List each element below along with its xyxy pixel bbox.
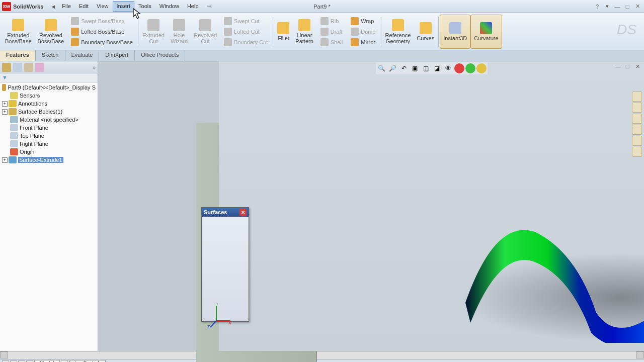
svg-text:x: x: [228, 319, 231, 325]
document-title: Part9 *: [313, 4, 331, 10]
feature-tabs: Features Sketch Evaluate DimXpert Office…: [0, 50, 644, 61]
reference-geometry-button[interactable]: ReferenceGeometry: [382, 15, 414, 49]
boundary-boss-button[interactable]: Boundary Boss/Base: [69, 37, 135, 47]
wrap-button[interactable]: Wrap: [349, 16, 377, 26]
tree-annotations[interactable]: +Annotations: [1, 100, 97, 108]
extruded-boss-button[interactable]: ExtrudedBoss/Base: [2, 15, 35, 49]
sidebar-collapse-icon[interactable]: »: [93, 64, 96, 70]
linear-pattern-button[interactable]: LinearPattern: [292, 15, 316, 49]
lofted-cut-button[interactable]: Lofted Cut: [222, 27, 270, 37]
revolved-cut-button[interactable]: RevolvedCut: [191, 15, 220, 49]
scroll-left-icon[interactable]: [0, 351, 8, 358]
tree-origin[interactable]: Origin: [1, 148, 97, 156]
help-icon[interactable]: ?: [593, 3, 602, 11]
apply-scene-icon[interactable]: [465, 63, 475, 73]
tree-front-plane[interactable]: Front Plane: [1, 124, 97, 132]
tree-surface-extrude[interactable]: +Surface-Extrude1: [1, 156, 97, 164]
surfaces-panel-title[interactable]: Surfaces ✕: [202, 208, 249, 217]
menu-edit[interactable]: Edit: [75, 1, 93, 12]
tab-next-icon[interactable]: [18, 360, 25, 363]
tab-model[interactable]: Model: [34, 360, 60, 362]
menu-pin-icon[interactable]: ⊣: [203, 1, 216, 12]
scroll-right-icon[interactable]: [636, 351, 644, 358]
svg-line-5: [210, 321, 216, 327]
menu-view[interactable]: View: [93, 1, 113, 12]
tab-sketch[interactable]: Sketch: [36, 50, 65, 61]
viewport-maximize-icon[interactable]: □: [623, 62, 632, 70]
shell-button[interactable]: Shell: [318, 37, 345, 47]
hide-show-icon[interactable]: 👁: [443, 63, 453, 73]
appearances-icon[interactable]: [632, 136, 642, 146]
minimize-icon[interactable]: —: [613, 3, 622, 11]
section-view-icon[interactable]: ▣: [410, 63, 420, 73]
custom-props-icon[interactable]: [632, 147, 642, 157]
dome-button[interactable]: Dome: [349, 27, 377, 37]
viewport-minimize-icon[interactable]: —: [613, 62, 622, 70]
ribbon-toolbar: ExtrudedBoss/Base RevolvedBoss/Base Swep…: [0, 13, 644, 50]
tab-motion-study[interactable]: Motion Study 1: [61, 360, 106, 362]
title-bar: SW SolidWorks ◄ File Edit View Insert To…: [0, 0, 644, 13]
feature-tree: Part9 (Default<<Default>_Display S Senso…: [0, 82, 98, 351]
surface-model[interactable]: [455, 212, 644, 343]
tree-right-plane[interactable]: Right Plane: [1, 140, 97, 148]
zoom-area-icon[interactable]: 🔎: [388, 63, 398, 73]
mirror-button[interactable]: Mirror: [349, 37, 377, 47]
dropdown-icon[interactable]: ▾: [603, 3, 612, 11]
3d-viewport[interactable]: 🔍 🔎 ↶ ▣ ◫ ◪ 👁 — □ ✕: [219, 61, 644, 351]
tree-surface-bodies[interactable]: +Surface Bodies(1): [1, 108, 97, 116]
tab-first-icon[interactable]: [2, 360, 9, 363]
tree-filter-input[interactable]: ▼: [0, 73, 98, 82]
fillet-button[interactable]: Fillet: [274, 15, 292, 49]
menu-tools[interactable]: Tools: [134, 1, 155, 12]
boundary-cut-button[interactable]: Boundary Cut: [222, 37, 270, 47]
maximize-icon[interactable]: □: [623, 3, 632, 11]
nav-left-icon[interactable]: ◄: [48, 4, 58, 10]
curvature-button[interactable]: Curvature: [470, 15, 502, 49]
svg-text:Y: Y: [215, 303, 219, 306]
tree-top-plane[interactable]: Top Plane: [1, 132, 97, 140]
view-orient-icon[interactable]: ◫: [421, 63, 431, 73]
main-menu: File Edit View Insert Tools Window Help …: [58, 1, 215, 12]
zoom-fit-icon[interactable]: 🔍: [377, 63, 387, 73]
file-explorer-icon[interactable]: [632, 114, 642, 124]
tab-prev-icon[interactable]: [10, 360, 17, 363]
design-library-icon[interactable]: [632, 103, 642, 113]
display-style-icon[interactable]: ◪: [432, 63, 442, 73]
lofted-boss-button[interactable]: Lofted Boss/Base: [69, 27, 135, 37]
prev-view-icon[interactable]: ↶: [399, 63, 409, 73]
menu-insert[interactable]: Insert: [113, 1, 135, 12]
tab-office-products[interactable]: Office Products: [135, 50, 185, 61]
svg-text:z: z: [207, 323, 210, 328]
view-settings-icon[interactable]: [476, 63, 487, 73]
tab-features[interactable]: Features: [0, 50, 36, 61]
tab-last-icon[interactable]: [26, 360, 33, 363]
menu-window[interactable]: Window: [155, 1, 183, 12]
revolved-boss-button[interactable]: RevolvedBoss/Base: [35, 15, 67, 49]
rib-button[interactable]: Rib: [318, 16, 345, 26]
view-palette-icon[interactable]: [632, 125, 642, 135]
tab-dimxpert[interactable]: DimXpert: [99, 50, 135, 61]
feature-tree-icon[interactable]: [2, 63, 11, 72]
tab-evaluate[interactable]: Evaluate: [65, 50, 100, 61]
instant3d-button[interactable]: Instant3D: [440, 15, 470, 49]
extruded-cut-button[interactable]: ExtrudedCut: [139, 15, 168, 49]
curves-button[interactable]: Curves: [414, 15, 437, 49]
tree-root[interactable]: Part9 (Default<<Default>_Display S: [1, 83, 97, 92]
swept-cut-button[interactable]: Swept Cut: [222, 16, 270, 26]
property-manager-icon[interactable]: [13, 63, 22, 72]
surfaces-panel-close-icon[interactable]: ✕: [239, 209, 247, 216]
hole-wizard-button[interactable]: HoleWizard: [168, 15, 191, 49]
close-icon[interactable]: ✕: [633, 3, 642, 11]
menu-file[interactable]: File: [58, 1, 75, 12]
resources-icon[interactable]: [632, 92, 642, 102]
draft-button[interactable]: Draft: [318, 27, 345, 37]
edit-appearance-icon[interactable]: [454, 63, 464, 73]
dim-manager-icon[interactable]: [35, 63, 44, 72]
config-manager-icon[interactable]: [24, 63, 33, 72]
viewport-close-icon[interactable]: ✕: [633, 62, 642, 70]
horizontal-scrollbar[interactable]: [0, 351, 644, 359]
menu-help[interactable]: Help: [183, 1, 203, 12]
tree-sensors[interactable]: Sensors: [1, 92, 97, 100]
tree-material[interactable]: Material <not specified>: [1, 116, 97, 124]
swept-boss-button[interactable]: Swept Boss/Base: [69, 16, 135, 26]
